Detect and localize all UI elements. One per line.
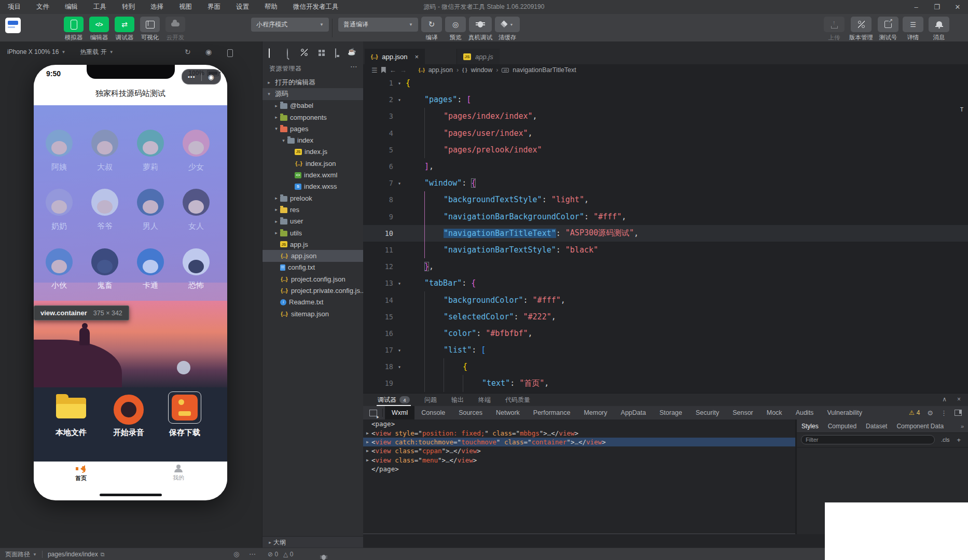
tree-item[interactable]: ▸user [262,216,364,227]
devtools-tab-AppData[interactable]: AppData [614,406,653,419]
close-button[interactable]: ✕ [947,0,968,14]
start-record-button[interactable] [108,395,149,425]
git-branch-icon[interactable] [301,49,308,56]
capsule-close-icon[interactable]: ◉ [202,73,221,81]
wxml-line[interactable]: ▶<view class="cppan">…</view> [363,446,795,455]
tree-item[interactable]: ▸res [262,204,364,215]
styles-tabs-overflow-icon[interactable]: » [961,423,968,429]
styles-tab-Styles[interactable]: Styles [797,423,823,430]
save-download-button[interactable] [164,391,205,424]
panel-tab-调试器[interactable]: 调试器4 [370,394,417,406]
explorer-more-icon[interactable]: ⋯ [350,62,357,71]
tree-item[interactable]: Sindex.wxss [262,181,364,192]
devtools-tab-Mock[interactable]: Mock [760,406,789,419]
panel-tab-问题[interactable]: 问题 [417,394,444,406]
messages-button[interactable] [929,17,949,32]
wxml-line[interactable]: </page> [363,465,795,473]
sim-record-icon[interactable]: ◉ [205,48,212,56]
menu-item[interactable]: 设置 [228,0,257,14]
warning-count-badge[interactable]: ⚠4 [909,409,920,416]
tab-mine[interactable]: 我的 [158,465,199,482]
fold-chevron[interactable]: ▾ [393,347,406,353]
devtools-tab-Sources[interactable]: Sources [452,406,489,419]
styles-tab-Computed[interactable]: Computed [823,423,861,430]
outline-list-icon[interactable]: ☰ [371,66,378,74]
compile-button[interactable]: ↻ [421,17,442,32]
cls-toggle-button[interactable]: .cls [941,437,950,443]
details-button[interactable]: ☰ [903,17,923,32]
preview-button[interactable]: ◎ [445,17,466,32]
tree-item[interactable]: {..}sitemap.json [262,308,364,319]
menu-item[interactable]: 界面 [200,0,228,14]
bookmark-icon[interactable] [381,67,386,73]
status-bug-icon[interactable] [322,555,326,560]
wxml-line[interactable]: ▶<view catch:touchmove="touchmove" class… [363,438,795,446]
close-panel-icon[interactable]: × [957,396,961,403]
breadcrumb-property[interactable]: navigationBarTitleText [513,66,576,74]
tab-app-js[interactable]: JS app.js [457,49,500,64]
expand-arrow-icon[interactable]: ▶ [366,440,371,444]
tree-item[interactable]: ▸打开的编辑器 [262,77,364,88]
expand-arrow-icon[interactable]: ▶ [366,431,371,436]
tree-item[interactable]: ▾pages [262,123,364,134]
local-file-button[interactable] [50,395,92,418]
nav-forward-icon[interactable]: → [400,66,407,74]
devtools-tab-Network[interactable]: Network [489,406,527,419]
menu-item[interactable]: 编辑 [57,0,86,14]
tree-item[interactable]: ▸utils [262,227,364,239]
grid-icon[interactable] [319,50,321,52]
styles-tab-Dataset[interactable]: Dataset [861,423,892,430]
fold-chevron[interactable]: ▾ [393,180,406,186]
styles-tab-Component Data[interactable]: Component Data [892,423,948,430]
menu-item[interactable]: 视图 [171,0,200,14]
styles-filter-input[interactable] [801,435,935,444]
tree-item[interactable]: <>index.wxml [262,169,364,180]
devtools-settings-icon[interactable]: ⚙ [927,409,933,417]
add-style-button[interactable]: + [957,436,961,444]
breadcrumb-object[interactable]: window [471,66,493,74]
close-tab-icon[interactable]: × [415,53,419,61]
device-select[interactable]: iPhone X 100% 16▼ [7,48,65,55]
menu-item[interactable]: 工具 [86,0,114,14]
fold-chevron[interactable]: ▾ [393,80,406,86]
more-dots-icon[interactable]: ••• [182,74,201,80]
tree-item[interactable]: {..}index.json [262,158,364,169]
mode-select[interactable]: 小程序模式▼ [251,18,329,32]
menu-item[interactable]: 微信开发者工具 [285,0,347,14]
collapse-panel-icon[interactable]: ∧ [942,396,947,403]
fold-chevron[interactable]: ▾ [393,97,406,103]
copy-icon[interactable]: ⧉ [101,551,105,558]
devtools-menu-icon[interactable]: ⋮ [941,409,947,417]
devtools-tab-Memory[interactable]: Memory [577,406,614,419]
devtools-tab-Storage[interactable]: Storage [653,406,689,419]
devtools-tab-Console[interactable]: Console [414,406,452,419]
wxml-line[interactable]: <page> [363,419,795,428]
editor-toggle-button[interactable]: </> [89,17,109,32]
cloud-dev-button[interactable] [165,17,185,32]
tree-item[interactable]: {..}app.json [262,250,364,261]
outline-section[interactable]: ▸ 大纲 [262,536,364,548]
simulator-toggle-button[interactable] [64,17,84,32]
version-manage-button[interactable] [851,17,872,32]
tab-app-json[interactable]: {..} app.json × [365,49,425,64]
tree-item[interactable]: JSapp.js [262,239,364,250]
wxml-line[interactable]: ▶<view class="menu">…</view> [363,456,795,465]
wechat-capsule[interactable]: ••• ◉ [182,69,221,85]
clear-cache-button[interactable]: ▼ [495,17,520,32]
menu-item[interactable]: 帮助 [257,0,285,14]
visualizer-toggle-button[interactable] [140,17,160,32]
fold-chevron[interactable]: ▾ [393,281,406,286]
minimize-button[interactable]: – [906,0,926,14]
nav-back-icon[interactable]: ← [390,66,396,74]
debugger-toggle-button[interactable]: ⇄ [115,17,134,32]
tree-item[interactable]: ▸@babel [262,100,364,111]
tree-item[interactable]: {..}project.private.config.js... [262,285,364,296]
wxml-line[interactable]: ▶<view style="position: fixed;" class="m… [363,428,795,437]
devtools-tab-Sensor[interactable]: Sensor [726,406,760,419]
test-account-button[interactable] [878,17,898,32]
tree-item[interactable]: config.txt [262,262,364,273]
menu-item[interactable]: 转到 [114,0,143,14]
tree-item[interactable]: ▾index [262,134,364,146]
panel-tab-终端[interactable]: 终端 [471,394,498,406]
wxml-inspector[interactable]: <page>▶<view style="position: fixed;" cl… [363,419,795,534]
